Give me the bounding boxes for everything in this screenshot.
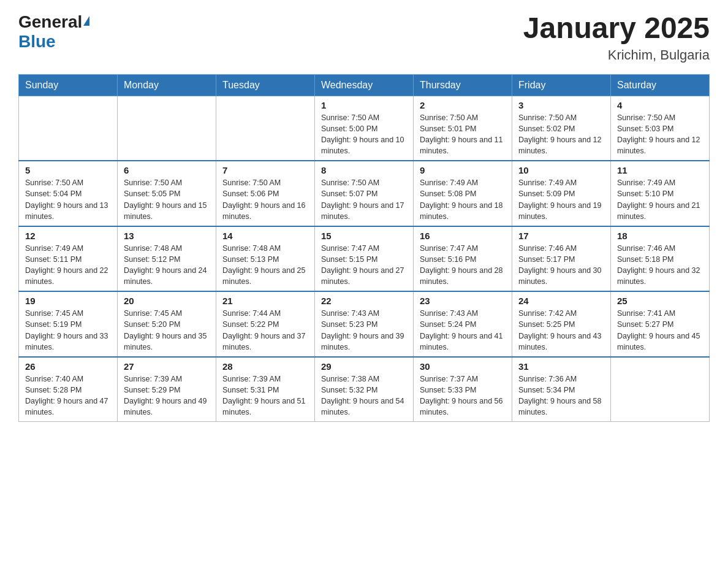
day-info: Sunrise: 7:38 AM Sunset: 5:32 PM Dayligh… — [321, 373, 407, 418]
day-info: Sunrise: 7:50 AM Sunset: 5:00 PM Dayligh… — [321, 112, 407, 157]
calendar-cell: 18Sunrise: 7:46 AM Sunset: 5:18 PM Dayli… — [611, 226, 710, 292]
day-info: Sunrise: 7:39 AM Sunset: 5:31 PM Dayligh… — [222, 373, 308, 418]
calendar-cell: 20Sunrise: 7:45 AM Sunset: 5:20 PM Dayli… — [118, 291, 216, 357]
calendar-cell: 22Sunrise: 7:43 AM Sunset: 5:23 PM Dayli… — [315, 291, 414, 357]
day-info: Sunrise: 7:45 AM Sunset: 5:19 PM Dayligh… — [25, 308, 111, 353]
day-number: 25 — [617, 296, 703, 306]
day-number: 29 — [321, 361, 407, 372]
day-number: 3 — [518, 100, 604, 110]
calendar-cell: 15Sunrise: 7:47 AM Sunset: 5:15 PM Dayli… — [315, 226, 414, 292]
calendar-header-sunday: Sunday — [19, 74, 118, 96]
logo-triangle-icon — [83, 16, 89, 26]
logo-blue: Blue — [18, 32, 56, 51]
calendar-header-friday: Friday — [512, 74, 611, 96]
day-info: Sunrise: 7:44 AM Sunset: 5:22 PM Dayligh… — [222, 308, 308, 353]
logo: General Blue — [18, 12, 89, 52]
calendar-cell: 9Sunrise: 7:49 AM Sunset: 5:08 PM Daylig… — [414, 161, 512, 226]
calendar-cell: 25Sunrise: 7:41 AM Sunset: 5:27 PM Dayli… — [611, 291, 710, 357]
calendar-cell: 11Sunrise: 7:49 AM Sunset: 5:10 PM Dayli… — [611, 161, 710, 226]
day-number: 14 — [222, 231, 308, 241]
calendar-header-monday: Monday — [118, 74, 216, 96]
day-number: 24 — [518, 296, 604, 306]
calendar-cell: 28Sunrise: 7:39 AM Sunset: 5:31 PM Dayli… — [216, 357, 315, 422]
day-number: 8 — [321, 165, 407, 175]
day-number: 30 — [420, 361, 506, 372]
logo-text: General Blue — [18, 12, 89, 52]
calendar-cell: 3Sunrise: 7:50 AM Sunset: 5:02 PM Daylig… — [512, 96, 611, 161]
calendar-cell: 30Sunrise: 7:37 AM Sunset: 5:33 PM Dayli… — [414, 357, 512, 422]
day-number: 26 — [25, 361, 111, 372]
calendar-cell: 23Sunrise: 7:43 AM Sunset: 5:24 PM Dayli… — [414, 291, 512, 357]
calendar-cell — [118, 96, 216, 161]
day-number: 23 — [420, 296, 506, 306]
day-number: 28 — [222, 361, 308, 372]
calendar-cell: 17Sunrise: 7:46 AM Sunset: 5:17 PM Dayli… — [512, 226, 611, 292]
day-number: 20 — [124, 296, 210, 306]
day-number: 12 — [25, 231, 111, 241]
calendar-cell: 24Sunrise: 7:42 AM Sunset: 5:25 PM Dayli… — [512, 291, 611, 357]
day-info: Sunrise: 7:50 AM Sunset: 5:07 PM Dayligh… — [321, 177, 407, 222]
day-info: Sunrise: 7:49 AM Sunset: 5:09 PM Dayligh… — [518, 177, 604, 222]
calendar-cell: 6Sunrise: 7:50 AM Sunset: 5:05 PM Daylig… — [118, 161, 216, 226]
day-info: Sunrise: 7:50 AM Sunset: 5:02 PM Dayligh… — [518, 112, 604, 157]
day-number: 19 — [25, 296, 111, 306]
day-number: 21 — [222, 296, 308, 306]
calendar-header-row: SundayMondayTuesdayWednesdayThursdayFrid… — [19, 74, 710, 96]
day-number: 2 — [420, 100, 506, 110]
day-info: Sunrise: 7:43 AM Sunset: 5:24 PM Dayligh… — [420, 308, 506, 353]
day-info: Sunrise: 7:50 AM Sunset: 5:05 PM Dayligh… — [124, 177, 210, 222]
calendar-cell: 26Sunrise: 7:40 AM Sunset: 5:28 PM Dayli… — [19, 357, 118, 422]
day-number: 6 — [124, 165, 210, 175]
calendar-week-row: 19Sunrise: 7:45 AM Sunset: 5:19 PM Dayli… — [19, 291, 710, 357]
day-info: Sunrise: 7:48 AM Sunset: 5:13 PM Dayligh… — [222, 243, 308, 288]
calendar-header-saturday: Saturday — [611, 74, 710, 96]
day-number: 15 — [321, 231, 407, 241]
day-number: 11 — [617, 165, 703, 175]
calendar-cell: 13Sunrise: 7:48 AM Sunset: 5:12 PM Dayli… — [118, 226, 216, 292]
day-number: 7 — [222, 165, 308, 175]
calendar-week-row: 1Sunrise: 7:50 AM Sunset: 5:00 PM Daylig… — [19, 96, 710, 161]
calendar-cell — [611, 357, 710, 422]
day-info: Sunrise: 7:36 AM Sunset: 5:34 PM Dayligh… — [518, 373, 604, 418]
page-header: General Blue January 2025 Krichim, Bulga… — [18, 12, 710, 63]
day-number: 31 — [518, 361, 604, 372]
calendar-cell: 14Sunrise: 7:48 AM Sunset: 5:13 PM Dayli… — [216, 226, 315, 292]
day-info: Sunrise: 7:37 AM Sunset: 5:33 PM Dayligh… — [420, 373, 506, 418]
calendar-cell — [216, 96, 315, 161]
title-block: January 2025 Krichim, Bulgaria — [523, 12, 710, 63]
day-info: Sunrise: 7:46 AM Sunset: 5:18 PM Dayligh… — [617, 243, 703, 288]
calendar-cell: 16Sunrise: 7:47 AM Sunset: 5:16 PM Dayli… — [414, 226, 512, 292]
day-info: Sunrise: 7:39 AM Sunset: 5:29 PM Dayligh… — [124, 373, 210, 418]
calendar-cell: 29Sunrise: 7:38 AM Sunset: 5:32 PM Dayli… — [315, 357, 414, 422]
day-info: Sunrise: 7:46 AM Sunset: 5:17 PM Dayligh… — [518, 243, 604, 288]
calendar-header-thursday: Thursday — [414, 74, 512, 96]
calendar-cell: 1Sunrise: 7:50 AM Sunset: 5:00 PM Daylig… — [315, 96, 414, 161]
page-subtitle: Krichim, Bulgaria — [523, 47, 710, 63]
logo-general: General — [18, 12, 82, 31]
calendar-week-row: 5Sunrise: 7:50 AM Sunset: 5:04 PM Daylig… — [19, 161, 710, 226]
day-info: Sunrise: 7:48 AM Sunset: 5:12 PM Dayligh… — [124, 243, 210, 288]
day-info: Sunrise: 7:42 AM Sunset: 5:25 PM Dayligh… — [518, 308, 604, 353]
calendar-table: SundayMondayTuesdayWednesdayThursdayFrid… — [18, 74, 710, 423]
calendar-week-row: 26Sunrise: 7:40 AM Sunset: 5:28 PM Dayli… — [19, 357, 710, 422]
calendar-cell: 2Sunrise: 7:50 AM Sunset: 5:01 PM Daylig… — [414, 96, 512, 161]
day-number: 13 — [124, 231, 210, 241]
day-info: Sunrise: 7:40 AM Sunset: 5:28 PM Dayligh… — [25, 373, 111, 418]
calendar-cell: 27Sunrise: 7:39 AM Sunset: 5:29 PM Dayli… — [118, 357, 216, 422]
calendar-cell: 4Sunrise: 7:50 AM Sunset: 5:03 PM Daylig… — [611, 96, 710, 161]
calendar-cell — [19, 96, 118, 161]
day-info: Sunrise: 7:49 AM Sunset: 5:11 PM Dayligh… — [25, 243, 111, 288]
day-number: 4 — [617, 100, 703, 110]
day-number: 16 — [420, 231, 506, 241]
day-info: Sunrise: 7:43 AM Sunset: 5:23 PM Dayligh… — [321, 308, 407, 353]
calendar-cell: 31Sunrise: 7:36 AM Sunset: 5:34 PM Dayli… — [512, 357, 611, 422]
day-number: 9 — [420, 165, 506, 175]
day-info: Sunrise: 7:41 AM Sunset: 5:27 PM Dayligh… — [617, 308, 703, 353]
day-number: 1 — [321, 100, 407, 110]
calendar-cell: 5Sunrise: 7:50 AM Sunset: 5:04 PM Daylig… — [19, 161, 118, 226]
day-info: Sunrise: 7:47 AM Sunset: 5:16 PM Dayligh… — [420, 243, 506, 288]
day-number: 17 — [518, 231, 604, 241]
calendar-cell: 21Sunrise: 7:44 AM Sunset: 5:22 PM Dayli… — [216, 291, 315, 357]
calendar-header-wednesday: Wednesday — [315, 74, 414, 96]
day-number: 18 — [617, 231, 703, 241]
